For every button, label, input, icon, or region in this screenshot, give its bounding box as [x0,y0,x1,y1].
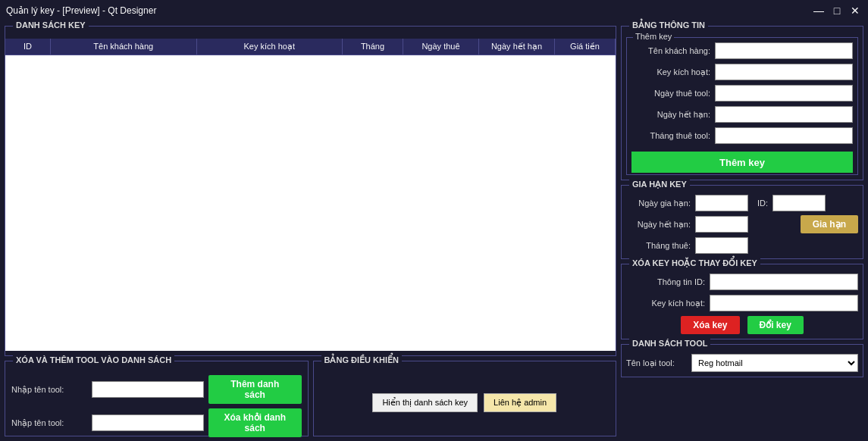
xoa-key-title: XÓA KEY HOẶC THAY ĐỔI KEY [629,258,760,268]
xoa-key-content: Thông tin ID: Key kích hoạt: Xóa key Đổi… [626,269,858,334]
key-kich-hoat-xoa-row: Key kích hoạt: [626,295,858,311]
danh-sach-key-title: DANH SÁCH KEY [13,20,89,30]
key-kich-hoat-xoa-label: Key kích hoạt: [626,299,710,308]
thang-thue-tool-input[interactable] [715,127,853,144]
gia-han-content: Ngày gia hạn: ID: Ngày hết hạn: Gia hạn … [626,190,858,254]
ngay-het-han-gia-han-label: Ngày hết hạn: [626,220,691,230]
close-button[interactable]: ✕ [848,4,862,17]
xoa-input-row: Nhập tên tool: Xóa khỏi danh sách [11,408,302,437]
doi-key-button[interactable]: Đổi key [747,316,804,334]
ngay-het-han-input[interactable] [715,106,853,123]
col-ngayhethan: Ngày hết hạn [479,39,555,55]
maximize-button[interactable]: □ [830,4,844,17]
them-key-button[interactable]: Thêm key [631,152,853,173]
xoa-them-tool-title: XÓA VÀ THÊM TOOL VÀO DANH SÁCH [13,355,174,364]
ngay-thue-tool-row: Ngày thuê tool: [631,85,853,102]
ten-khach-hang-input[interactable] [715,42,853,59]
thang-thue-tool-label: Tháng thuê tool: [631,131,715,140]
hien-thi-danh-sach-button[interactable]: Hiển thị danh sách key [372,393,478,412]
danh-sach-tool-row: Tên loại tool: Reg hotmail Tool 2 Tool 3 [626,349,858,372]
table-header: ID Tên khách hàng Key kích hoạt Tháng Ng… [5,39,616,55]
ten-loai-tool-label: Tên loại tool: [626,358,687,368]
bottom-area: XÓA VÀ THÊM TOOL VÀO DANH SÁCH Nhập tên … [5,361,616,436]
ngay-gia-han-input[interactable] [695,195,748,211]
thong-tin-id-label: Thông tin ID: [626,277,710,286]
window-title: Quản lý key - [Preview] - Qt Designer [6,5,156,16]
danh-sach-tool-section: DANH SÁCH TOOL Tên loại tool: Reg hotmai… [621,344,863,377]
id-gia-han-input[interactable] [772,195,826,211]
ten-loai-tool-select[interactable]: Reg hotmail Tool 2 Tool 3 [691,354,858,372]
them-key-group-title: Thêm key [633,32,674,41]
table-body[interactable] [5,55,616,351]
ngay-thue-tool-label: Ngày thuê tool: [631,89,715,98]
ngay-het-han-label: Ngày hết hạn: [631,110,715,120]
thang-thue-gia-han-label: Tháng thuê: [626,241,691,250]
gia-han-button[interactable]: Gia hạn [801,215,858,233]
key-kich-hoat-xoa-input[interactable] [710,295,858,311]
xoa-input-label: Nhập tên tool: [11,418,87,428]
gia-han-key-section: GIA HẠN KEY Ngày gia hạn: ID: Ngày hết h… [621,185,863,259]
lien-he-admin-button[interactable]: Liên hệ admin [484,393,556,412]
title-bar: Quản lý key - [Preview] - Qt Designer — … [0,0,868,21]
xoa-them-tool-section: XÓA VÀ THÊM TOOL VÀO DANH SÁCH Nhập tên … [5,361,309,436]
xoa-khoi-danh-sach-button[interactable]: Xóa khỏi danh sách [208,408,302,437]
gia-han-row1: Ngày gia hạn: ID: [626,195,858,211]
thang-thue-gia-han-input[interactable] [695,237,748,254]
ngay-gia-han-label: Ngày gia hạn: [626,199,691,208]
gia-han-key-title: GIA HẠN KEY [629,180,690,189]
col-key: Key kích hoạt [197,39,343,55]
bang-dieu-khien-title: BẢNG ĐIỀU KHIỂN [321,355,402,365]
col-thang: Tháng [343,39,403,55]
gia-han-row3: Tháng thuê: [626,237,858,254]
xoa-input-field[interactable] [92,414,204,431]
them-input-row: Nhập tên tool: Thêm danh sách [11,375,302,404]
col-id: ID [5,39,51,55]
bang-thong-tin-section: BẢNG THÔNG TIN Thêm key Tên khách hàng: … [621,26,863,180]
thong-tin-id-row: Thông tin ID: [626,274,858,290]
them-key-group: Thêm key Tên khách hàng: Key kích hoạt: … [626,37,858,175]
left-panel: DANH SÁCH KEY ID Tên khách hàng Key kích… [5,26,616,436]
ten-khach-hang-row: Tên khách hàng: [631,42,853,59]
them-input-field[interactable] [92,381,204,398]
col-giatien: Giá tiền [555,39,616,55]
thong-tin-id-input[interactable] [710,274,858,290]
ten-khach-hang-label: Tên khách hàng: [631,46,715,55]
xoa-key-button[interactable]: Xóa key [681,316,739,334]
thang-thue-tool-row: Tháng thuê tool: [631,127,853,144]
minimize-button[interactable]: — [812,4,826,17]
col-ngaythue: Ngày thuê [403,39,479,55]
gia-han-row2: Ngày hết hạn: Gia hạn [626,215,858,233]
key-kich-hoat-label: Key kích hoạt: [631,67,715,77]
main-container: DANH SÁCH KEY ID Tên khách hàng Key kích… [0,21,868,441]
window-controls: — □ ✕ [812,4,862,17]
danh-sach-key-section: DANH SÁCH KEY ID Tên khách hàng Key kích… [5,26,616,356]
xoa-key-buttons: Xóa key Đổi key [626,316,858,334]
danh-sach-tool-title: DANH SÁCH TOOL [629,339,710,348]
right-panel: BẢNG THÔNG TIN Thêm key Tên khách hàng: … [621,26,863,436]
bang-dieu-khien-section: BẢNG ĐIỀU KHIỂN Hiển thị danh sách key L… [313,361,617,436]
ngay-thue-tool-input[interactable] [715,85,853,102]
key-kich-hoat-input[interactable] [715,64,853,80]
id-label-gia-han: ID: [753,199,768,208]
xoa-key-section: XÓA KEY HOẶC THAY ĐỔI KEY Thông tin ID: … [621,264,863,339]
bang-thong-tin-title: BẢNG THÔNG TIN [629,20,708,30]
col-ten: Tên khách hàng [51,39,197,55]
key-kich-hoat-row: Key kích hoạt: [631,64,853,80]
them-danh-sach-button[interactable]: Thêm danh sách [208,375,302,404]
control-buttons-row: Hiển thị danh sách key Liên hệ admin [320,393,610,412]
them-input-label: Nhập tên tool: [11,385,87,395]
ngay-het-han-gia-han-input[interactable] [695,216,748,233]
ngay-het-han-row: Ngày hết hạn: [631,106,853,123]
